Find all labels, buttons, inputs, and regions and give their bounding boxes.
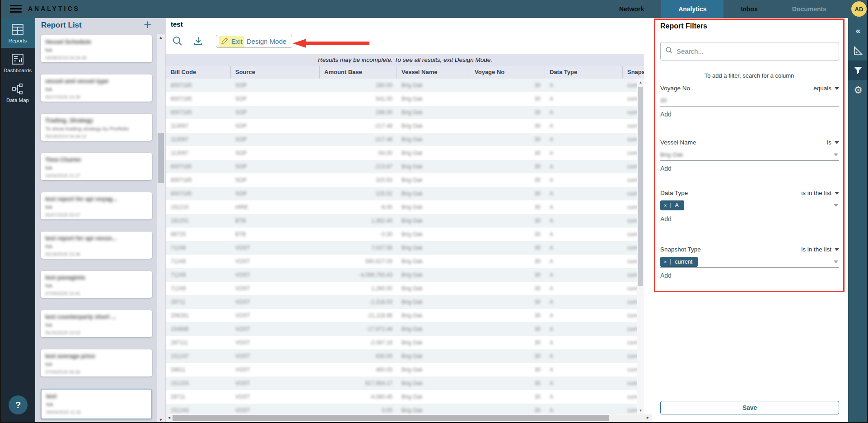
filter-search-input[interactable] [677,47,830,55]
scrollbar-thumb[interactable] [158,133,164,183]
report-card[interactable]: vessel and vessel typeNA05/27/2020 23:39 [41,74,152,102]
column-header-vessel-name[interactable]: Vessel Name [397,66,470,79]
table-row[interactable]: 8007185SOP280.00Brig Oak30Acurrent [166,79,644,92]
sidebar-item-reports[interactable]: Reports [0,18,35,48]
table-row[interactable]: 151203VOST617,984.17Brig Oak30Acurrent [166,377,644,390]
cell-bill: 8007185 [166,187,231,200]
table-row[interactable]: 8007185SOP-213.67Brig Oak30Acurrent [166,160,644,173]
cell-vessel: Brig Oak [397,241,470,255]
report-card[interactable]: test counterparty short ...NA05/26/2020 … [41,310,152,337]
table-row[interactable]: 154685VOST-17,972.44Brig Oak30Acurrent [166,322,644,336]
sidebar-item-data-map[interactable]: Data Map [0,78,35,107]
filter-operator-dropdown[interactable]: is in the list [801,246,839,253]
cell-bill: 8007185 [166,173,231,187]
table-vertical-scrollbar[interactable]: ▲ ▼ [637,79,644,414]
reports-grid-icon [0,23,35,35]
scroll-down-icon[interactable]: ▼ [157,418,165,422]
table-row[interactable]: 181201BTB1,362.40Brig Oak30Acurrent [166,214,644,228]
filter-search-box [660,42,839,60]
filter-value-row[interactable]: ×A [660,200,839,211]
filter-value-row[interactable]: Brig Oak [660,150,839,161]
table-row[interactable]: 71249VOST590,527.03Brig Oak30Acurrent [166,255,644,268]
table-row[interactable]: 28811VOST460.03Brig Oak30Acurrent [166,363,644,377]
report-card[interactable]: Time CharterNA10/04/2020 21:27 [41,153,152,180]
report-card[interactable]: test panagiotaNA07/09/2020 15:41 [41,271,152,298]
table-row[interactable]: 71249VOST1,260.00Brig Oak30Acurrent [166,282,644,295]
table-row[interactable]: 88725BTB-0.30Brig Oak30Acurrent [166,228,644,241]
help-button[interactable]: ? [9,395,28,414]
filter-icon[interactable] [848,60,868,80]
add-filter-value-link[interactable]: Add [660,272,674,279]
table-row[interactable]: 8007185SOP541.00Brig Oak30Acurrent [166,92,644,106]
table-row[interactable]: 71249VOST-4,099,793.43Brig Oak30Acurrent [166,268,644,282]
scroll-down-icon[interactable]: ▼ [637,409,644,413]
search-icon[interactable] [172,36,184,47]
nav-item-documents[interactable]: Documents [775,0,844,18]
table-row[interactable]: 28711VOST-2,318.03Brig Oak30Acurrent [166,295,644,309]
report-card[interactable]: test average priceNA07/09/2020 06:36 [41,349,152,377]
scroll-up-icon[interactable]: ▲ [637,80,644,84]
remove-chip-icon[interactable]: × [660,203,671,208]
report-card[interactable]: testNA09/04/2020 11:16 [41,389,152,419]
add-filter-value-link[interactable]: Add [660,215,674,223]
column-header-snapshot-type[interactable]: Snapshot Type [623,66,644,79]
nav-item-analytics[interactable]: Analytics [661,0,723,18]
table-row[interactable]: 8007185SOP286.00Brig Oak30Acurrent [166,106,644,119]
add-report-button[interactable]: + [144,17,152,33]
filter-operator-dropdown[interactable]: equals [813,85,839,92]
column-header-voyage-no[interactable]: Voyage No [470,66,545,79]
settings-gear-icon[interactable]: ⚙ [848,80,868,100]
chevron-down-icon[interactable] [834,204,838,207]
filter-value-row[interactable]: 30 [660,96,839,107]
scroll-left-icon[interactable]: ◄ [167,415,171,420]
table-row[interactable]: 151247VOST630.00Brig Oak30Acurrent [166,349,644,363]
table-row[interactable]: 113097SOP-217.48Brig Oak30Acurrent [166,119,644,133]
report-list-scrollbar[interactable]: ▲ ▼ [157,34,165,423]
table-row[interactable]: 71248VOST7,027.55Brig Oak30Acurrent [166,241,644,255]
measure-icon[interactable] [848,41,868,60]
chevron-down-icon[interactable] [834,260,838,263]
cell-voyage: 30 [470,349,545,363]
nav-item-inbox[interactable]: Inbox [723,0,775,18]
table-row[interactable]: 8007185SOP225.52Brig Oak30Acurrent [166,187,644,200]
add-filter-value-link[interactable]: Add [660,165,674,172]
collapse-panel-icon[interactable]: « [848,21,868,41]
scroll-up-icon[interactable]: ▲ [157,35,165,40]
save-button[interactable]: Save [660,401,839,414]
remove-chip-icon[interactable]: × [660,259,671,265]
table-row[interactable]: 206261VOST-21,118.98Brig Oak30Acurrent [166,309,644,322]
filter-operator-dropdown[interactable]: is in the list [801,190,839,196]
nav-item-network[interactable]: Network [602,0,661,18]
column-header-bill-code[interactable]: Bill Code [166,66,231,79]
exit-design-mode-button[interactable]: Exit Design Mode [216,35,292,48]
table-row[interactable]: 287111VOST-2,087.18Brig Oak30Acurrent [166,336,644,349]
chevron-down-icon[interactable] [834,153,838,156]
download-icon[interactable] [193,36,205,47]
scrollbar-thumb[interactable] [638,87,643,286]
table-row[interactable]: 151210HIRE-6.00Brig Oak30Acurrent [166,200,644,214]
avatar[interactable]: AD [851,1,867,17]
filter-operator-dropdown[interactable]: is [827,139,839,146]
table-row[interactable]: 28711VOST-4,060.45Brig Oak30Acurrent [166,390,644,404]
add-filter-value-link[interactable]: Add [660,111,674,118]
report-card[interactable]: Trading_StrategyTo show trading strategy… [41,114,152,141]
table-row[interactable]: 8007185SOP320.53Brig Oak30Acurrent [166,173,644,187]
scrollbar-thumb[interactable] [173,415,609,421]
report-card[interactable]: test report for api vesse...NA05/18/2020… [41,232,152,259]
filter-value-row[interactable]: ×current [660,257,839,268]
table-row[interactable]: 113097SOP-54.00Brig Oak30Acurrent [166,146,644,160]
report-card[interactable]: test report for api voyag...NA05/07/2020… [41,192,152,219]
sidebar-item-dashboards[interactable]: Dashboards [0,48,35,78]
column-header-amount-base[interactable]: Amount Base [320,66,397,79]
column-header-source[interactable]: Source [231,66,320,79]
cell-amount: 7,027.55 [320,241,397,255]
cell-bill: 151210 [166,200,231,214]
report-card[interactable]: Vessel ScheduleNA04/08/2019 04:34:49 [41,35,152,62]
table-horizontal-scrollbar[interactable]: ◄ ► [166,414,652,422]
design-mode-banner: Results may be incomplete. To see all re… [166,54,644,66]
column-header-data-type[interactable]: Data Type [545,66,623,79]
table-row[interactable]: 151243VOST0.00Brig Oak30Acurrent [166,404,644,414]
hamburger-menu-icon[interactable] [10,5,22,13]
table-row[interactable]: 113097SOP-217.48Brig Oak30Acurrent [166,133,644,146]
scroll-right-icon[interactable]: ► [646,415,650,420]
